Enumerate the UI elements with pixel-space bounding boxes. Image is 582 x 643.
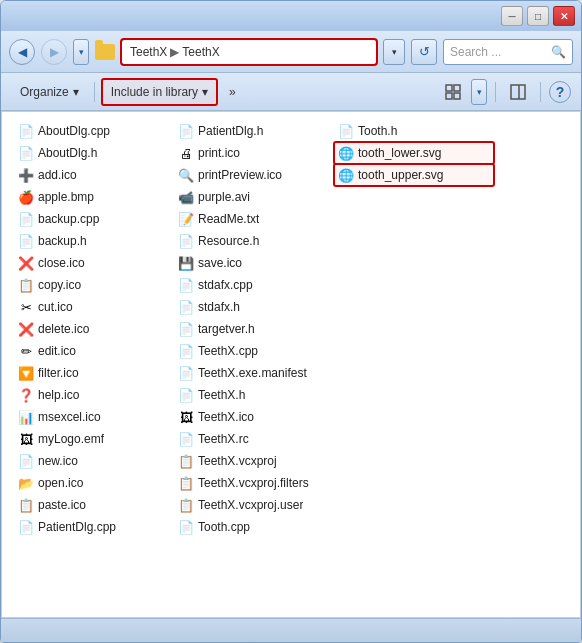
file-name-label: purple.avi	[198, 190, 250, 204]
file-name-label: TeethX.ico	[198, 410, 254, 424]
include-library-button[interactable]: Include in library ▾	[101, 78, 218, 106]
list-item[interactable]: 📋copy.ico	[14, 274, 174, 296]
file-name-label: save.ico	[198, 256, 242, 270]
file-name-label: paste.ico	[38, 498, 86, 512]
organize-button[interactable]: Organize ▾	[11, 78, 88, 106]
more-button[interactable]: »	[220, 78, 245, 106]
file-name-label: backup.h	[38, 234, 87, 248]
file-explorer-window: ─ □ ✕ ◀ ▶ ▾ TeethX ▶ TeethX ▾ ↺ Search .…	[0, 0, 582, 643]
list-item[interactable]: 📄AboutDlg.h	[14, 142, 174, 164]
list-item[interactable]: 📋TeethX.vcxproj.user	[174, 494, 334, 516]
list-item[interactable]: 📄backup.cpp	[14, 208, 174, 230]
list-item[interactable]: ✏edit.ico	[14, 340, 174, 362]
organize-dropdown-icon: ▾	[73, 85, 79, 99]
svg-rect-4	[511, 85, 525, 99]
list-item[interactable]: 📄targetver.h	[174, 318, 334, 340]
forward-button[interactable]: ▶	[41, 39, 67, 65]
file-name-label: copy.ico	[38, 278, 81, 292]
file-name-label: print.ico	[198, 146, 240, 160]
list-item[interactable]: ❌close.ico	[14, 252, 174, 274]
file-name-label: printPreview.ico	[198, 168, 282, 182]
view-grid-button[interactable]	[439, 78, 467, 106]
list-item[interactable]: 🔍printPreview.ico	[174, 164, 334, 186]
list-item[interactable]: 📄PatientDlg.h	[174, 120, 334, 142]
toolbar-right: ▾ ?	[439, 78, 571, 106]
list-item[interactable]: ❓help.ico	[14, 384, 174, 406]
list-item[interactable]: 🌐tooth_upper.svg	[334, 164, 494, 186]
file-type-icon: 📄	[18, 123, 34, 139]
refresh-button[interactable]: ↺	[411, 39, 437, 65]
list-item[interactable]: 🍎apple.bmp	[14, 186, 174, 208]
file-type-icon: 🔍	[178, 167, 194, 183]
list-item[interactable]: 📹purple.avi	[174, 186, 334, 208]
list-item[interactable]: 📊msexcel.ico	[14, 406, 174, 428]
file-name-label: tooth_upper.svg	[358, 168, 443, 182]
file-type-icon: 📋	[178, 475, 194, 491]
address-bar: ◀ ▶ ▾ TeethX ▶ TeethX ▾ ↺ Search ... 🔍	[1, 31, 581, 73]
path-sep-1: ▶	[170, 45, 179, 59]
back-button[interactable]: ◀	[9, 39, 35, 65]
list-item[interactable]: 📄PatientDlg.cpp	[14, 516, 174, 538]
file-type-icon: 📄	[18, 233, 34, 249]
list-item[interactable]: 📄Tooth.h	[334, 120, 494, 142]
list-item[interactable]: 🖼myLogo.emf	[14, 428, 174, 450]
list-item[interactable]: 📄AboutDlg.cpp	[14, 120, 174, 142]
file-type-icon: 🖼	[18, 431, 34, 447]
file-name-label: Tooth.h	[358, 124, 397, 138]
path-segment-1: TeethX	[130, 45, 167, 59]
path-dropdown-button[interactable]: ▾	[383, 39, 405, 65]
list-item[interactable]: 📋paste.ico	[14, 494, 174, 516]
toolbar-separator-3	[540, 82, 541, 102]
maximize-button[interactable]: □	[527, 6, 549, 26]
list-item[interactable]: 📄TeethX.rc	[174, 428, 334, 450]
file-type-icon: 📄	[178, 277, 194, 293]
list-item[interactable]: 📄Tooth.cpp	[174, 516, 334, 538]
list-item[interactable]: 🖼TeethX.ico	[174, 406, 334, 428]
preview-pane-button[interactable]	[504, 78, 532, 106]
file-type-icon: ➕	[18, 167, 34, 183]
list-item[interactable]: 📄Resource.h	[174, 230, 334, 252]
organize-label: Organize	[20, 85, 69, 99]
list-item[interactable]: 🌐tooth_lower.svg	[334, 142, 494, 164]
svg-rect-2	[446, 93, 452, 99]
list-item[interactable]: 📄new.ico	[14, 450, 174, 472]
file-name-label: TeethX.h	[198, 388, 245, 402]
file-list-area[interactable]: 📄AboutDlg.cpp📄PatientDlg.h📄Tooth.h📄About…	[1, 111, 581, 618]
list-item[interactable]: 📄TeethX.exe.manifest	[174, 362, 334, 384]
list-item[interactable]: 📋TeethX.vcxproj.filters	[174, 472, 334, 494]
list-item[interactable]: 📄stdafx.h	[174, 296, 334, 318]
address-path[interactable]: TeethX ▶ TeethX	[121, 39, 377, 65]
file-type-icon: ❌	[18, 255, 34, 271]
list-item[interactable]: 📄TeethX.cpp	[174, 340, 334, 362]
search-box[interactable]: Search ... 🔍	[443, 39, 573, 65]
list-item[interactable]: 🖨print.ico	[174, 142, 334, 164]
title-bar: ─ □ ✕	[1, 1, 581, 31]
list-item[interactable]: ✂cut.ico	[14, 296, 174, 318]
file-type-icon: ❌	[18, 321, 34, 337]
list-item[interactable]: ❌delete.ico	[14, 318, 174, 340]
close-button[interactable]: ✕	[553, 6, 575, 26]
help-button[interactable]: ?	[549, 81, 571, 103]
file-type-icon: ❓	[18, 387, 34, 403]
file-type-icon: 📝	[178, 211, 194, 227]
minimize-button[interactable]: ─	[501, 6, 523, 26]
list-item[interactable]: 📄stdafx.cpp	[174, 274, 334, 296]
list-item[interactable]: 📄TeethX.h	[174, 384, 334, 406]
list-item[interactable]: 📄backup.h	[14, 230, 174, 252]
file-name-label: apple.bmp	[38, 190, 94, 204]
list-item[interactable]: 📋TeethX.vcxproj	[174, 450, 334, 472]
list-item[interactable]: 💾save.ico	[174, 252, 334, 274]
nav-dropdown-button[interactable]: ▾	[73, 39, 89, 65]
list-item[interactable]: 📂open.ico	[14, 472, 174, 494]
file-name-label: PatientDlg.h	[198, 124, 263, 138]
list-item[interactable]: ➕add.ico	[14, 164, 174, 186]
list-item[interactable]: 🔽filter.ico	[14, 362, 174, 384]
svg-rect-1	[454, 85, 460, 91]
path-segment-2: TeethX	[182, 45, 219, 59]
list-item[interactable]: 📝ReadMe.txt	[174, 208, 334, 230]
file-type-icon: 🌐	[338, 145, 354, 161]
file-type-icon: 🔽	[18, 365, 34, 381]
file-name-label: msexcel.ico	[38, 410, 101, 424]
view-dropdown-button[interactable]: ▾	[471, 79, 487, 105]
svg-rect-0	[446, 85, 452, 91]
